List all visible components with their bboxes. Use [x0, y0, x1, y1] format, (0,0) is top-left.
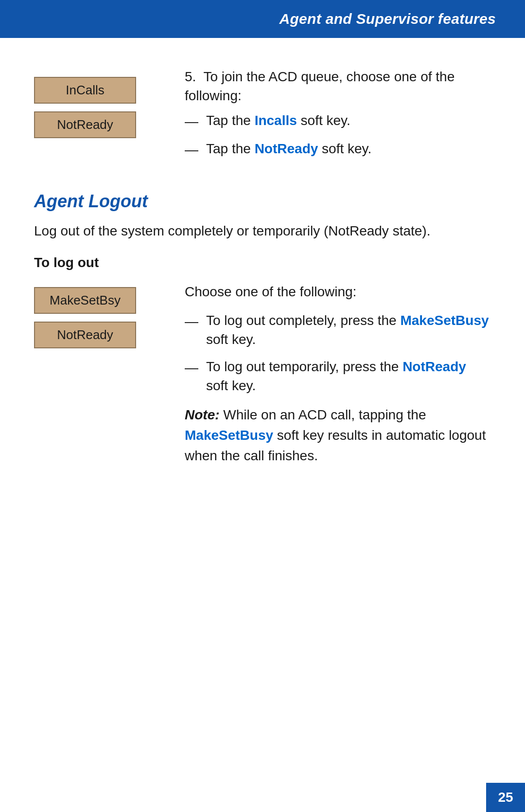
notready-softkey-step5[interactable]: NotReady — [34, 111, 136, 138]
dash-icon-1: — — [185, 112, 198, 131]
note-label: Note: — [185, 407, 220, 422]
dash-icon-4: — — [185, 358, 198, 377]
agent-logout-section: Agent Logout Log out of the system compl… — [34, 191, 491, 466]
step5-left-panel: InCalls NotReady — [34, 67, 170, 146]
page-number-box: 25 — [486, 783, 525, 812]
dash-icon-2: — — [185, 140, 198, 159]
step5-text: 5. To join the ACD queue, choose one of … — [185, 67, 491, 105]
header-bar: Agent and Supervisor features — [0, 0, 525, 38]
logout-bullet-2: — To log out temporarily, press the NotR… — [185, 357, 491, 395]
page-number: 25 — [498, 790, 513, 805]
step5-bullet-1: — Tap the Incalls soft key. — [185, 111, 491, 131]
header-title: Agent and Supervisor features — [280, 11, 496, 27]
logout-right-panel: Choose one of the following: — To log ou… — [185, 282, 491, 466]
logout-bullet-1-text: To log out completely, press the MakeSet… — [206, 311, 491, 349]
notready-softkey-logout[interactable]: NotReady — [34, 322, 136, 348]
main-content: InCalls NotReady 5. To join the ACD queu… — [0, 38, 525, 505]
logout-left-panel: MakeSetBsy NotReady — [34, 282, 170, 356]
step5-bullet-2-text: Tap the NotReady soft key. — [206, 139, 491, 158]
to-log-out-subheading: To log out — [34, 255, 491, 271]
step5-section: InCalls NotReady 5. To join the ACD queu… — [34, 67, 491, 167]
step5-right-panel: 5. To join the ACD queue, choose one of … — [185, 67, 491, 167]
logout-bullet-1: — To log out completely, press the MakeS… — [185, 311, 491, 349]
dash-icon-3: — — [185, 312, 198, 331]
makesetbsy-softkey[interactable]: MakeSetBsy — [34, 287, 136, 314]
note-block: Note: While on an ACD call, tapping the … — [185, 405, 491, 466]
logout-bullet-2-text: To log out temporarily, press the NotRea… — [206, 357, 491, 395]
choose-text: Choose one of the following: — [185, 282, 491, 301]
incalls-softkey[interactable]: InCalls — [34, 77, 136, 104]
agent-logout-heading: Agent Logout — [34, 191, 491, 212]
logout-step-section: MakeSetBsy NotReady Choose one of the fo… — [34, 282, 491, 466]
step5-bullet-1-text: Tap the Incalls soft key. — [206, 111, 491, 130]
step5-bullet-2: — Tap the NotReady soft key. — [185, 139, 491, 159]
agent-logout-description: Log out of the system completely or temp… — [34, 221, 491, 240]
